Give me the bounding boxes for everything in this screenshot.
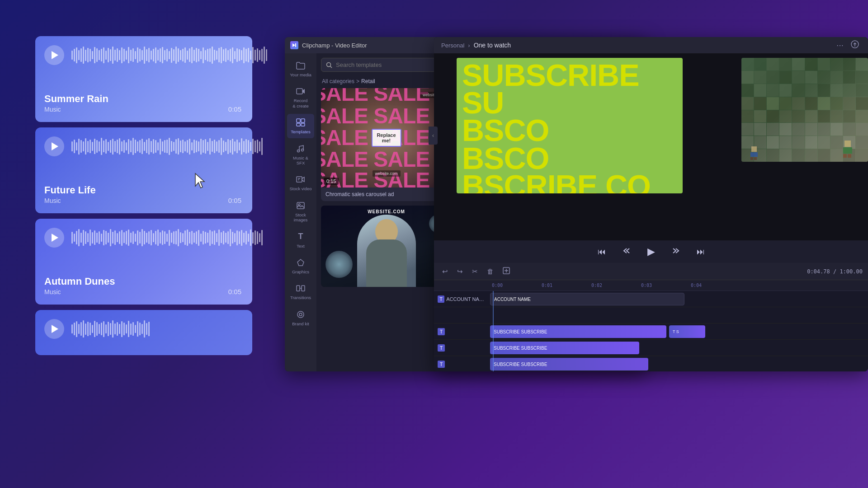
track-content-5[interactable]: SUBSCRIBE SUBSCRIBE (488, 356, 868, 371)
app-title: Clipchamp - Video Editor (302, 42, 367, 49)
ruler-marker-4: 0:04 (691, 283, 702, 288)
skip-back-button[interactable]: ⏮ (594, 245, 609, 258)
replace-me-placeholder: Replaceme! (371, 129, 401, 147)
video-preview: SUBSCRIBE SUBSCOBSCOBSCRIBE CO ACCOUNT N… (434, 53, 868, 263)
svg-rect-16 (302, 286, 305, 291)
track-clip-5[interactable]: SUBSCRIBE SUBSCRIBE (490, 358, 648, 371)
stock-images-icon (296, 201, 306, 211)
sidebar-item-brand-kit[interactable]: Brand kit (287, 306, 314, 330)
play-button-4[interactable] (44, 319, 64, 339)
sidebar-item-your-media[interactable]: Your media (287, 57, 314, 81)
panel-collapse-button[interactable]: ‹ (429, 127, 438, 145)
app-icon (290, 41, 298, 49)
timeline-ruler: 0:00 0:01 0:02 0:03 0:04 (434, 280, 868, 291)
track-clip-text-3: SUBSCRIBE SUBSCRIBE (494, 329, 547, 334)
sidebar-item-text[interactable]: T Text (287, 228, 314, 252)
editor-panel: Personal › One to watch ⋯ SUBSCRIBE SUBS… (434, 37, 868, 371)
music-card-4[interactable] (35, 310, 252, 355)
track-clip-1[interactable]: ACCOUNT NAME (490, 293, 684, 305)
sidebar-label-transitions: Transitions (290, 295, 311, 300)
play-button-future-life[interactable] (44, 136, 64, 156)
website-url-bottom: website.com (372, 170, 400, 177)
timeline-track-2[interactable] (434, 307, 868, 324)
track-clip-3[interactable]: SUBSCRIBE SUBSCRIBE (490, 325, 666, 338)
breadcrumb-current-category: Retail (361, 78, 375, 84)
sidebar-item-stock-images[interactable]: Stock images (287, 197, 314, 226)
track-label-col-5: T (434, 361, 488, 368)
search-input[interactable] (336, 61, 437, 68)
more-options-button[interactable]: ⋯ (835, 39, 845, 52)
ruler-marker-2: 0:02 (591, 283, 602, 288)
editor-topbar: Personal › One to watch ⋯ (434, 37, 868, 53)
redo-button[interactable]: ↪ (454, 266, 466, 277)
video-controls: ⏮ ▶ ⏭ (434, 240, 868, 263)
delete-button[interactable]: 🗑 (484, 266, 496, 277)
search-icon (326, 62, 332, 68)
cut-button[interactable]: ✂ (469, 266, 481, 277)
waveform-future-life (71, 137, 263, 155)
track-clip-text-1: ACCOUNT NAME (494, 297, 531, 302)
sidebar-item-templates[interactable]: Templates (287, 114, 314, 138)
track-content-4[interactable]: SUBSCRIBE SUBSCRIBE (488, 340, 868, 356)
waveform-autumn-dunes (71, 229, 263, 247)
add-clip-button[interactable] (500, 265, 513, 277)
music-card-autumn-dunes[interactable]: Autumn Dunes Music 0:05 (35, 219, 252, 305)
play-button-autumn-dunes[interactable] (44, 228, 64, 248)
track-content-1[interactable]: ACCOUNT NAME (488, 291, 868, 307)
sidebar-item-stock-video[interactable]: Stock video (287, 171, 314, 195)
template-card-second[interactable]: WEBSITE.COM (321, 206, 452, 287)
svg-rect-3 (297, 119, 300, 122)
undo-button[interactable]: ↩ (439, 266, 451, 277)
export-button[interactable] (849, 38, 861, 52)
skip-forward-button[interactable]: ⏭ (693, 245, 708, 258)
track-clip-text-5: SUBSCRIBE SUBSCRIBE (494, 362, 547, 367)
card-duration-autumn-dunes: 0:05 (228, 288, 241, 296)
breadcrumb-separator: > (356, 78, 359, 84)
music-card-future-life[interactable]: Future Life Music 0:05 (35, 127, 252, 213)
timeline-track-4[interactable]: T SUBSCRIBE SUBSCRIBE (434, 340, 868, 356)
track-content-3[interactable]: SUBSCRIBE SUBSCRIBE T S (488, 324, 868, 339)
card-duration-summer-rain: 0:05 (228, 105, 241, 113)
play-pause-button[interactable]: ▶ (644, 244, 659, 259)
sidebar-item-record-create[interactable]: Record& create (287, 83, 314, 112)
search-bar[interactable] (321, 58, 452, 72)
track-label-col-1: T ACCOUNT NAME (434, 296, 488, 303)
svg-rect-9 (297, 177, 302, 182)
template-card-label-1: Chromatic sales carousel ad (321, 188, 452, 201)
track-clip-4[interactable]: SUBSCRIBE SUBSCRIBE (490, 342, 639, 354)
card-subtitle-autumn-dunes: Music (44, 288, 115, 296)
rewind-button[interactable] (618, 244, 635, 259)
transitions-icon (296, 283, 306, 293)
track-clip-3b[interactable]: T S (669, 325, 705, 338)
topbar-actions: ⋯ (835, 38, 861, 52)
breadcrumb-arrow: › (468, 42, 470, 49)
graphics-icon (296, 258, 306, 267)
timeline-track-1[interactable]: T ACCOUNT NAME ACCOUNT NAME (434, 291, 868, 307)
orb-decoration (326, 251, 353, 278)
sidebar-item-transitions[interactable]: Transitions (287, 280, 314, 304)
timeline-track-5[interactable]: T SUBSCRIBE SUBSCRIBE (434, 356, 868, 371)
cursor (194, 173, 207, 191)
svg-rect-12 (297, 202, 304, 209)
sidebar: Your media Record& create Templates (285, 53, 316, 371)
text-icon: T (296, 232, 306, 242)
sidebar-item-graphics[interactable]: Graphics (287, 254, 314, 278)
play-button-summer-rain[interactable] (44, 45, 64, 65)
timeline-time-display: 0:04.78 / 1:00.00 (807, 268, 863, 275)
track-type-icon-5: T (438, 361, 445, 368)
sidebar-item-music-sfx[interactable]: Music & SFX (287, 140, 314, 169)
track-clip-text-4: SUBSCRIBE SUBSCRIBE (494, 346, 547, 351)
music-card-summer-rain[interactable]: Summer Rain Music 0:05 (35, 36, 252, 122)
track-content-2[interactable] (488, 307, 868, 323)
ruler-marker-0: 0:00 (492, 283, 503, 288)
breadcrumb-all-categories[interactable]: All categories (322, 78, 354, 84)
svg-rect-5 (297, 123, 300, 126)
timeline-track-3[interactable]: T SUBSCRIBE SUBSCRIBE T S (434, 324, 868, 340)
svg-rect-15 (297, 286, 300, 291)
ruler-marker-3: 0:03 (641, 283, 652, 288)
svg-marker-14 (297, 259, 304, 266)
forward-button[interactable] (668, 244, 684, 259)
sidebar-label-templates: Templates (291, 129, 310, 134)
template-card-chromatic-sales[interactable]: SALE SALE SALE SALE SALE SALE SALE SALE … (321, 88, 452, 201)
templates-icon (296, 117, 306, 127)
